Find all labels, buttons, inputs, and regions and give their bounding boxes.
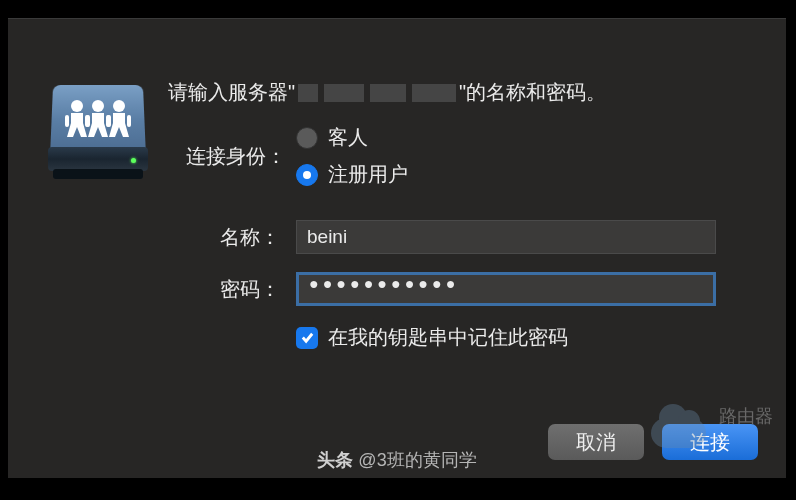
svg-rect-1 [65, 115, 69, 127]
radio-registered[interactable]: 注册用户 [296, 161, 408, 188]
remember-checkbox [296, 327, 318, 349]
remember-label: 在我的钥匙串中记住此密码 [328, 324, 568, 351]
connect-as-radio-group: 客人 注册用户 [296, 124, 408, 188]
svg-rect-4 [86, 115, 90, 127]
watermark-brand: 路由器 [719, 404, 773, 428]
radio-registered-indicator [296, 164, 318, 186]
attribution-prefix: 头条 [317, 450, 358, 470]
network-drive-icon [48, 79, 148, 189]
password-label: 密码： [168, 276, 296, 303]
prompt-prefix: 请输入服务器" [168, 79, 295, 106]
svg-point-6 [113, 100, 125, 112]
credential-fields: 名称： 密码： ●●●●●●●●●●● 在我的钥匙串中记住此密码 [168, 220, 746, 351]
name-label: 名称： [168, 224, 296, 251]
attribution: 头条 @3班的黄同学 [8, 448, 786, 472]
auth-dialog: 请输入服务器" "的名称和密码。 连接身份： 客人 注册用户 [8, 18, 786, 478]
radio-registered-label: 注册用户 [328, 161, 408, 188]
watermark-cloud-icon [651, 408, 706, 448]
connect-as-label: 连接身份： [168, 143, 296, 170]
connect-as-row: 连接身份： 客人 注册用户 [168, 124, 746, 188]
icon-column [48, 79, 168, 351]
svg-rect-7 [107, 115, 111, 127]
radio-guest-indicator [296, 127, 318, 149]
name-row: 名称： [168, 220, 746, 254]
radio-guest[interactable]: 客人 [296, 124, 408, 151]
svg-point-3 [92, 100, 104, 112]
check-icon [300, 330, 315, 345]
name-input[interactable] [296, 220, 716, 254]
password-row: 密码： ●●●●●●●●●●● [168, 272, 746, 306]
svg-point-0 [71, 100, 83, 112]
server-name-redacted [298, 84, 456, 102]
password-input[interactable]: ●●●●●●●●●●● [296, 272, 716, 306]
prompt-suffix: "的名称和密码。 [459, 79, 606, 106]
radio-guest-label: 客人 [328, 124, 368, 151]
dialog-content: 请输入服务器" "的名称和密码。 连接身份： 客人 注册用户 [8, 19, 786, 351]
svg-rect-8 [127, 115, 131, 127]
attribution-handle: @3班的黄同学 [358, 450, 476, 470]
prompt-text: 请输入服务器" "的名称和密码。 [168, 79, 746, 106]
form-column: 请输入服务器" "的名称和密码。 连接身份： 客人 注册用户 [168, 79, 746, 351]
remember-checkbox-row[interactable]: 在我的钥匙串中记住此密码 [296, 324, 746, 351]
